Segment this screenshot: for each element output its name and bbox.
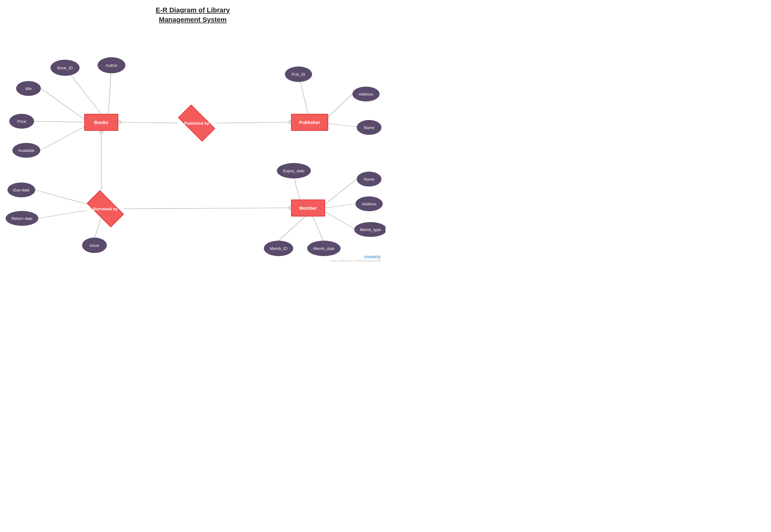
svg-line-11 (328, 124, 357, 127)
svg-line-2 (41, 88, 84, 119)
attr-pub-address: Address (352, 87, 380, 101)
attr-author: Author (97, 57, 125, 73)
entity-publisher: Publisher (291, 114, 328, 131)
attr-available: Available (12, 143, 40, 158)
diagram-title: E-R Diagram of Library Management System (0, 0, 386, 25)
svg-line-5 (118, 122, 178, 123)
attr-memb-type: Memb_type (354, 222, 386, 237)
attr-due-date: Due date (7, 182, 35, 197)
attr-mem-address: Address (355, 196, 383, 211)
relationship-published-by: Published by (178, 114, 215, 132)
svg-line-24 (313, 217, 323, 241)
svg-line-7 (215, 122, 291, 123)
watermark: creately www.creately.com • Online Diagr… (330, 254, 381, 262)
svg-line-3 (34, 121, 84, 122)
diagram-lines (0, 0, 386, 266)
svg-line-23 (279, 217, 305, 241)
attr-return-date: Return date (6, 211, 38, 226)
svg-line-19 (294, 178, 300, 199)
attr-pub-name: Name (357, 120, 381, 135)
entity-member: Member (291, 199, 325, 217)
svg-line-21 (325, 204, 355, 208)
diagram-container: E-R Diagram of Library Management System (0, 0, 386, 266)
attr-expiry-date: Expiry_date (277, 163, 311, 178)
relationship-borrowed-by: Borrowed by (87, 199, 124, 218)
attr-issue: Issue (82, 238, 107, 253)
attr-memb-date: Memb_date (307, 241, 341, 256)
attr-title: title (16, 81, 41, 96)
svg-line-18 (94, 218, 101, 238)
svg-line-14 (124, 208, 291, 209)
svg-line-16 (35, 190, 87, 204)
attr-price: Price (9, 114, 34, 129)
svg-line-4 (40, 127, 84, 150)
svg-point-13 (100, 131, 103, 134)
svg-point-6 (118, 121, 121, 124)
svg-line-17 (38, 210, 87, 218)
attr-mem-name: Name (357, 172, 381, 187)
svg-line-10 (328, 94, 352, 117)
svg-line-22 (325, 212, 355, 230)
attr-book-id: Book_ID (50, 60, 80, 76)
entity-books: Books (84, 114, 118, 131)
attr-memb-id: Memb_ID (264, 241, 293, 256)
svg-line-20 (325, 179, 357, 204)
attr-pub-id: Pub_ID (285, 67, 312, 82)
